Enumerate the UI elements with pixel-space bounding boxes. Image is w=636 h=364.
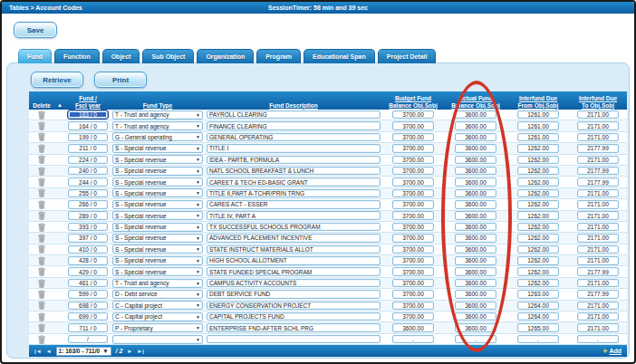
tab-function[interactable]: Function	[54, 49, 100, 63]
interfund-due-from-input[interactable]	[517, 256, 559, 265]
interfund-due-to-input[interactable]	[577, 323, 619, 332]
retrieve-button[interactable]: Retrieve	[31, 72, 83, 88]
budget-fund-balance-input[interactable]	[392, 121, 434, 130]
fund-fscl-year-input[interactable]	[68, 144, 108, 153]
actual-fund-balance-input[interactable]	[455, 245, 496, 254]
tab-educational-span[interactable]: Educational Span	[304, 49, 375, 63]
page-range-select[interactable]: 1: 163/0 - 711/0 ▼	[56, 347, 111, 356]
fund-type-select[interactable]: S - Special revenue ▼	[112, 144, 203, 153]
fund-type-select[interactable]: S - Special revenue ▼	[112, 234, 203, 243]
actual-fund-balance-input[interactable]	[455, 189, 496, 198]
actual-fund-balance-input[interactable]	[455, 144, 496, 153]
interfund-due-from-input[interactable]	[517, 223, 559, 232]
fund-type-select[interactable]: T - Trust and agency ▼	[112, 279, 203, 288]
fund-fscl-year-input[interactable]	[68, 279, 108, 288]
budget-fund-balance-input[interactable]	[392, 156, 434, 165]
next-page-icon[interactable]: ►	[127, 349, 132, 354]
budget-fund-balance-input[interactable]	[392, 279, 434, 288]
column-header-actual-fund-balance[interactable]: Actual FundBalance Obj.Sobj	[444, 91, 507, 110]
interfund-due-to-input[interactable]	[577, 133, 619, 142]
previous-page-icon[interactable]: ◄	[46, 349, 52, 354]
actual-fund-balance-input[interactable]	[455, 234, 496, 243]
fund-description-input[interactable]	[207, 279, 381, 288]
budget-fund-balance-input[interactable]	[392, 144, 434, 153]
fund-description-input[interactable]	[207, 121, 381, 130]
budget-fund-balance-input[interactable]	[392, 200, 434, 209]
interfund-due-from-input[interactable]	[517, 110, 559, 120]
delete-icon[interactable]	[38, 234, 45, 243]
fund-description-input[interactable]	[207, 290, 381, 299]
column-header-fund-type[interactable]: Fund Type	[111, 91, 205, 110]
fund-type-select[interactable]: S - Special revenue ▼	[112, 223, 203, 232]
fund-description-input[interactable]	[207, 302, 381, 311]
fund-description-input[interactable]	[207, 211, 381, 220]
budget-fund-balance-input[interactable]	[392, 290, 434, 299]
interfund-due-from-input[interactable]	[517, 245, 559, 254]
column-header-interfund-due-to[interactable]: Interfund DueTo Obj.Sobj	[569, 91, 627, 110]
interfund-due-to-input[interactable]	[577, 245, 619, 254]
fund-fscl-year-input[interactable]	[68, 223, 108, 232]
interfund-due-to-input[interactable]	[577, 335, 619, 344]
interfund-due-from-input[interactable]	[517, 144, 559, 153]
actual-fund-balance-input[interactable]	[455, 267, 496, 276]
fund-description-input[interactable]	[207, 234, 381, 243]
budget-fund-balance-input[interactable]	[392, 110, 434, 120]
fund-fscl-year-input[interactable]	[68, 323, 108, 332]
actual-fund-balance-input[interactable]	[455, 156, 496, 165]
delete-icon[interactable]	[38, 335, 45, 344]
print-button[interactable]: Print	[94, 72, 147, 88]
interfund-due-from-input[interactable]	[517, 121, 559, 130]
fund-fscl-year-input[interactable]	[68, 156, 108, 165]
fund-description-input[interactable]	[207, 335, 381, 344]
actual-fund-balance-input[interactable]	[455, 177, 496, 187]
fund-fscl-year-input[interactable]	[68, 167, 108, 176]
interfund-due-to-input[interactable]	[577, 211, 619, 220]
budget-fund-balance-input[interactable]	[392, 234, 434, 243]
delete-icon[interactable]	[38, 223, 45, 232]
fund-type-select[interactable]: S - Special revenue ▼	[112, 200, 203, 209]
sort-ascending-icon[interactable]: ▲	[54, 91, 65, 110]
fund-fscl-year-input[interactable]	[68, 110, 108, 120]
column-header-fund-fscl-year[interactable]: Fund /Fscl year	[65, 91, 111, 110]
delete-icon[interactable]	[38, 290, 45, 299]
fund-type-select[interactable]: S - Special revenue ▼	[112, 244, 203, 254]
fund-description-input[interactable]	[207, 256, 381, 265]
actual-fund-balance-input[interactable]	[455, 133, 496, 142]
fund-description-input[interactable]	[207, 312, 381, 321]
delete-icon[interactable]	[38, 177, 45, 187]
delete-icon[interactable]	[38, 244, 45, 254]
last-page-icon[interactable]: ►|	[137, 349, 144, 354]
interfund-due-to-input[interactable]	[577, 312, 619, 321]
actual-fund-balance-input[interactable]	[455, 167, 496, 176]
actual-fund-balance-input[interactable]	[455, 312, 496, 321]
interfund-due-from-input[interactable]	[517, 267, 559, 276]
interfund-due-to-input[interactable]	[577, 189, 619, 198]
fund-type-select[interactable]: S - Special revenue ▼	[112, 155, 203, 164]
fund-description-input[interactable]	[207, 189, 381, 198]
actual-fund-balance-input[interactable]	[455, 335, 496, 344]
interfund-due-from-input[interactable]	[517, 323, 559, 332]
delete-icon[interactable]	[38, 144, 45, 153]
budget-fund-balance-input[interactable]	[392, 177, 434, 187]
fund-type-select[interactable]: C - Capital project ▼	[112, 312, 203, 321]
fund-description-input[interactable]	[207, 323, 381, 332]
fund-type-select[interactable]: ▼	[112, 335, 203, 344]
actual-fund-balance-input[interactable]	[455, 110, 496, 120]
fund-fscl-year-input[interactable]	[68, 245, 108, 254]
budget-fund-balance-input[interactable]	[392, 323, 434, 332]
actual-fund-balance-input[interactable]	[455, 256, 496, 265]
fund-fscl-year-input[interactable]	[68, 256, 108, 265]
interfund-due-from-input[interactable]	[517, 200, 559, 209]
interfund-due-to-input[interactable]	[577, 121, 619, 130]
delete-icon[interactable]	[38, 267, 45, 276]
fund-type-select[interactable]: S - Special revenue ▼	[112, 188, 203, 197]
fund-description-input[interactable]	[207, 167, 381, 176]
fund-fscl-year-input[interactable]	[68, 290, 108, 299]
delete-icon[interactable]	[38, 256, 45, 265]
fund-description-input[interactable]	[207, 110, 381, 120]
fund-description-input[interactable]	[207, 144, 381, 153]
interfund-due-from-input[interactable]	[517, 133, 559, 142]
fund-type-select[interactable]: S - Special revenue ▼	[112, 211, 203, 220]
interfund-due-from-input[interactable]	[517, 156, 559, 165]
fund-type-select[interactable]: T - Trust and agency ▼	[112, 110, 203, 120]
